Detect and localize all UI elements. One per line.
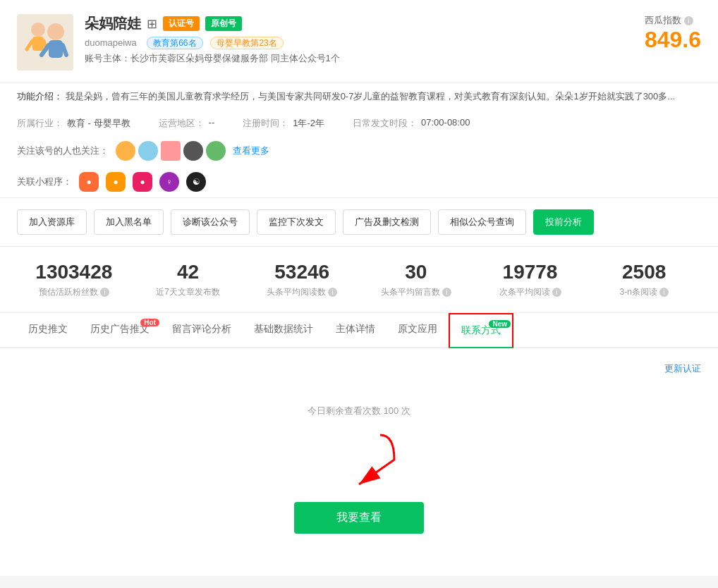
cta-area: 今日剩余查看次数 100 次 我要查看 xyxy=(294,362,424,562)
cta-button[interactable]: 我要查看 xyxy=(294,502,424,534)
btn-add-resource[interactable]: 加入资源库 xyxy=(17,209,87,235)
tab-badge-1: Hot xyxy=(140,319,159,326)
follow-avatar-4 xyxy=(183,141,203,161)
tab-item-1[interactable]: 历史广告推文Hot xyxy=(79,313,161,348)
mini-icon-3[interactable]: ● xyxy=(133,172,152,192)
stat-value-0: 1303428 xyxy=(17,261,131,283)
follow-avatar-1 xyxy=(116,141,135,161)
tab-item-6[interactable]: 联系方式New xyxy=(449,313,513,348)
industry-value: 教育 - 母婴早教 xyxy=(67,117,130,130)
mini-label: 关联小程序： xyxy=(17,176,72,188)
profile-info: 朵妈陪娃 ⊞ 认证号 原创号 duomapeiwa 教育第66名 母婴早教第23… xyxy=(85,14,701,65)
stat-value-4: 19778 xyxy=(473,261,588,283)
profile-name: 朵妈陪娃 xyxy=(85,14,141,33)
tab-item-5[interactable]: 原文应用 xyxy=(387,313,449,348)
btn-diagnose[interactable]: 诊断该公众号 xyxy=(171,209,250,235)
follow-avatar-2 xyxy=(138,141,158,161)
profile-section: 朵妈陪娃 ⊞ 认证号 原创号 duomapeiwa 教育第66名 母婴早教第23… xyxy=(0,0,718,82)
tab-item-2[interactable]: 留言评论分析 xyxy=(161,313,243,348)
tab-item-0[interactable]: 历史推文 xyxy=(17,313,79,348)
stat-value-2: 53246 xyxy=(245,261,359,283)
stat-label-4: 次条平均阅读 i xyxy=(473,286,588,298)
industry-label: 所属行业： xyxy=(17,117,63,130)
tab-item-4[interactable]: 主体详情 xyxy=(324,313,387,348)
profile-username: duomapeiwa 教育第66名 母婴早教第23名 xyxy=(85,37,701,49)
meta-region: 运营地区： -- xyxy=(159,117,215,130)
stat-item-0: 1303428 预估活跃粉丝数 i xyxy=(17,261,131,298)
profile-account: 账号主体：长沙市芙蓉区朵妈母婴保健服务部 同主体公众号1个 xyxy=(85,52,701,65)
stat-label-1: 近7天文章发布数 xyxy=(131,286,245,298)
tab-label-2: 留言评论分析 xyxy=(172,323,231,334)
watermelon-info-icon[interactable]: i xyxy=(684,16,693,25)
meta-industry: 所属行业： 教育 - 母婴早教 xyxy=(17,117,130,130)
btn-similar[interactable]: 相似公众号查询 xyxy=(438,209,526,235)
tag-education: 教育第66名 xyxy=(147,37,202,49)
meta-reg-time: 注册时间： 1年-2年 xyxy=(243,117,324,130)
page-wrapper: 朵妈陪娃 ⊞ 认证号 原创号 duomapeiwa 教育第66名 母婴早教第23… xyxy=(0,0,718,576)
stat-info-icon-5[interactable]: i xyxy=(659,288,669,297)
stat-label-5: 3-n条阅读 i xyxy=(587,286,701,298)
post-time-value: 07:00-08:00 xyxy=(421,117,470,130)
tab-item-3[interactable]: 基础数据统计 xyxy=(243,313,324,348)
arrow-wrapper: 今日剩余查看次数 100 次 我要查看 xyxy=(17,362,701,562)
mini-row: 关联小程序： ● ● ● ♀ ☯ xyxy=(0,166,718,197)
stats-section: 1303428 预估活跃粉丝数 i 42 近7天文章发布数 53246 头条平均… xyxy=(0,247,718,313)
svg-rect-2 xyxy=(32,37,44,51)
stat-item-4: 19778 次条平均阅读 i xyxy=(473,261,588,298)
reg-time-label: 注册时间： xyxy=(243,117,288,130)
content-area: 更新认证 今日剩余查看次数 100 次 我要查看 xyxy=(0,348,718,576)
qr-icon: ⊞ xyxy=(147,16,157,32)
btn-monitor[interactable]: 监控下次发文 xyxy=(257,209,336,235)
mini-icon-5[interactable]: ☯ xyxy=(186,172,206,192)
watermelon-score: 西瓜指数 i 849.6 xyxy=(645,14,701,53)
svg-point-1 xyxy=(31,23,45,37)
tab-label-4: 主体详情 xyxy=(336,323,375,334)
description-text: 我是朵妈，曾有三年的美国儿童教育求学经历，与美国专家共同研发0-7岁儿童的益智教… xyxy=(66,91,676,102)
tab-label-5: 原文应用 xyxy=(398,323,437,334)
badge-verified: 认证号 xyxy=(163,16,200,31)
stat-label-0: 预估活跃粉丝数 i xyxy=(17,286,131,298)
see-more-link[interactable]: 查看更多 xyxy=(233,145,269,157)
watermelon-value: 849.6 xyxy=(645,27,701,53)
mini-icon-1[interactable]: ● xyxy=(79,172,99,192)
btn-ad-detect[interactable]: 广告及删文检测 xyxy=(343,209,431,235)
tab-label-0: 历史推文 xyxy=(28,323,68,334)
btn-pre-analysis[interactable]: 投前分析 xyxy=(533,209,594,235)
meta-post-time: 日常发文时段： 07:00-08:00 xyxy=(353,117,470,130)
cta-hint: 今日剩余查看次数 100 次 xyxy=(308,405,410,417)
follow-avatars xyxy=(116,141,226,161)
watermelon-label: 西瓜指数 i xyxy=(645,14,701,27)
description-section: 功能介绍： 我是朵妈，曾有三年的美国儿童教育求学经历，与美国专家共同研发0-7岁… xyxy=(0,82,718,111)
stat-info-icon-0[interactable]: i xyxy=(100,288,109,297)
post-time-label: 日常发文时段： xyxy=(353,117,417,130)
tabs-section: 历史推文历史广告推文Hot留言评论分析基础数据统计主体详情原文应用联系方式New xyxy=(0,313,718,348)
stat-info-icon-2[interactable]: i xyxy=(328,288,337,297)
profile-name-row: 朵妈陪娃 ⊞ 认证号 原创号 xyxy=(85,14,701,33)
stat-value-3: 30 xyxy=(359,261,473,283)
btn-blacklist[interactable]: 加入黑名单 xyxy=(94,209,164,235)
stat-label-2: 头条平均阅读数 i xyxy=(245,286,359,298)
stat-item-3: 30 头条平均留言数 i xyxy=(359,261,473,298)
tab-label-3: 基础数据统计 xyxy=(254,323,313,334)
stat-value-5: 2508 xyxy=(587,261,701,283)
reg-time-value: 1年-2年 xyxy=(293,117,324,130)
arrow-annotation xyxy=(317,431,401,488)
follow-row: 关注该号的人也关注： 查看更多 xyxy=(0,135,718,166)
stat-info-icon-4[interactable]: i xyxy=(552,288,561,297)
follow-avatar-3 xyxy=(161,141,181,161)
stat-label-3: 头条平均留言数 i xyxy=(359,286,473,298)
stat-info-icon-3[interactable]: i xyxy=(442,288,451,297)
follow-avatar-5 xyxy=(206,141,226,161)
tab-badge-6: New xyxy=(489,320,511,328)
stat-item-2: 53246 头条平均阅读数 i xyxy=(245,261,359,298)
follow-label: 关注该号的人也关注： xyxy=(17,145,109,157)
red-arrow-svg xyxy=(317,431,401,488)
avatar xyxy=(17,14,73,71)
profile-top: 朵妈陪娃 ⊞ 认证号 原创号 duomapeiwa 教育第66名 母婴早教第23… xyxy=(17,14,701,71)
svg-point-5 xyxy=(47,23,64,40)
badge-original: 原创号 xyxy=(205,16,242,31)
mini-icon-2[interactable]: ● xyxy=(106,172,126,192)
mini-icon-4[interactable]: ♀ xyxy=(159,172,179,192)
region-value: -- xyxy=(209,117,215,130)
region-label: 运营地区： xyxy=(159,117,205,130)
